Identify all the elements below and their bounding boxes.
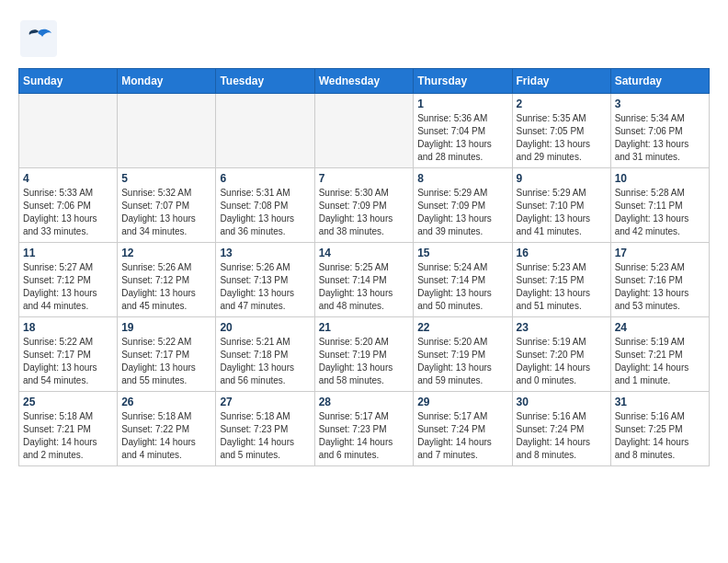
day-number: 3 — [615, 98, 705, 110]
day-number: 15 — [417, 247, 507, 259]
day-detail: Sunrise: 5:28 AM Sunset: 7:11 PM Dayligh… — [615, 187, 705, 238]
day-detail: Sunrise: 5:24 AM Sunset: 7:14 PM Dayligh… — [417, 261, 507, 313]
day-detail: Sunrise: 5:29 AM Sunset: 7:10 PM Dayligh… — [517, 187, 607, 238]
calendar-day-cell: 30Sunrise: 5:16 AM Sunset: 7:24 PM Dayli… — [512, 392, 610, 466]
day-detail: Sunrise: 5:16 AM Sunset: 7:25 PM Dayligh… — [615, 410, 705, 462]
day-number: 21 — [319, 321, 410, 334]
calendar-day-cell: 4Sunrise: 5:33 AM Sunset: 7:06 PM Daylig… — [19, 168, 118, 243]
day-of-week-header: Friday — [512, 69, 610, 94]
day-number: 7 — [319, 172, 410, 185]
day-number: 17 — [615, 247, 705, 259]
calendar-week-row: 11Sunrise: 5:27 AM Sunset: 7:12 PM Dayli… — [19, 243, 710, 317]
page-header — [18, 18, 710, 59]
day-detail: Sunrise: 5:19 AM Sunset: 7:20 PM Dayligh… — [517, 336, 607, 387]
day-number: 13 — [220, 247, 310, 259]
day-number: 28 — [319, 396, 410, 408]
day-number: 5 — [121, 172, 211, 185]
day-of-week-header: Thursday — [414, 69, 512, 94]
day-detail: Sunrise: 5:19 AM Sunset: 7:21 PM Dayligh… — [615, 336, 705, 387]
calendar-day-cell: 2Sunrise: 5:35 AM Sunset: 7:05 PM Daylig… — [512, 94, 610, 168]
day-detail: Sunrise: 5:27 AM Sunset: 7:12 PM Dayligh… — [23, 261, 113, 313]
day-of-week-header: Wednesday — [314, 69, 414, 94]
calendar-day-cell: 14Sunrise: 5:25 AM Sunset: 7:14 PM Dayli… — [314, 243, 414, 317]
calendar-day-cell: 7Sunrise: 5:30 AM Sunset: 7:09 PM Daylig… — [314, 168, 414, 243]
calendar-day-cell: 17Sunrise: 5:23 AM Sunset: 7:16 PM Dayli… — [610, 243, 709, 317]
day-number: 9 — [517, 172, 607, 185]
calendar-day-cell: 8Sunrise: 5:29 AM Sunset: 7:09 PM Daylig… — [414, 168, 512, 243]
calendar-week-row: 4Sunrise: 5:33 AM Sunset: 7:06 PM Daylig… — [19, 168, 710, 243]
svg-rect-0 — [20, 20, 57, 57]
calendar-day-cell: 21Sunrise: 5:20 AM Sunset: 7:19 PM Dayli… — [314, 317, 414, 392]
calendar-day-cell: 31Sunrise: 5:16 AM Sunset: 7:25 PM Dayli… — [610, 392, 709, 466]
calendar-day-cell: 10Sunrise: 5:28 AM Sunset: 7:11 PM Dayli… — [610, 168, 709, 243]
day-detail: Sunrise: 5:35 AM Sunset: 7:05 PM Dayligh… — [517, 112, 607, 164]
day-detail: Sunrise: 5:36 AM Sunset: 7:04 PM Dayligh… — [417, 112, 507, 164]
day-number: 23 — [517, 321, 607, 334]
calendar-day-cell: 27Sunrise: 5:18 AM Sunset: 7:23 PM Dayli… — [216, 392, 314, 466]
day-number: 14 — [319, 247, 410, 259]
day-number: 22 — [417, 321, 507, 334]
day-of-week-header: Tuesday — [216, 69, 314, 94]
day-number: 2 — [517, 98, 607, 110]
day-detail: Sunrise: 5:33 AM Sunset: 7:06 PM Dayligh… — [23, 187, 113, 238]
day-number: 8 — [417, 172, 507, 185]
calendar-day-cell: 13Sunrise: 5:26 AM Sunset: 7:13 PM Dayli… — [216, 243, 314, 317]
day-number: 11 — [23, 247, 113, 259]
day-number: 16 — [517, 247, 607, 259]
calendar-day-cell: 25Sunrise: 5:18 AM Sunset: 7:21 PM Dayli… — [19, 392, 118, 466]
day-number: 24 — [615, 321, 705, 334]
day-number: 12 — [121, 247, 211, 259]
calendar-day-cell — [314, 94, 414, 168]
day-number: 27 — [220, 396, 310, 408]
calendar-day-cell: 3Sunrise: 5:34 AM Sunset: 7:06 PM Daylig… — [610, 94, 709, 168]
calendar-day-cell: 18Sunrise: 5:22 AM Sunset: 7:17 PM Dayli… — [19, 317, 118, 392]
calendar-day-cell: 16Sunrise: 5:23 AM Sunset: 7:15 PM Dayli… — [512, 243, 610, 317]
calendar-day-cell: 11Sunrise: 5:27 AM Sunset: 7:12 PM Dayli… — [19, 243, 118, 317]
day-of-week-header: Saturday — [610, 69, 709, 94]
day-number: 30 — [517, 396, 607, 408]
calendar-day-cell: 15Sunrise: 5:24 AM Sunset: 7:14 PM Dayli… — [414, 243, 512, 317]
day-number: 26 — [121, 396, 211, 408]
calendar-week-row: 25Sunrise: 5:18 AM Sunset: 7:21 PM Dayli… — [19, 392, 710, 466]
day-detail: Sunrise: 5:18 AM Sunset: 7:23 PM Dayligh… — [220, 410, 310, 462]
day-detail: Sunrise: 5:23 AM Sunset: 7:15 PM Dayligh… — [517, 261, 607, 313]
calendar-day-cell — [118, 94, 216, 168]
calendar-day-cell — [19, 94, 118, 168]
calendar-day-cell: 29Sunrise: 5:17 AM Sunset: 7:24 PM Dayli… — [414, 392, 512, 466]
calendar-day-cell: 28Sunrise: 5:17 AM Sunset: 7:23 PM Dayli… — [314, 392, 414, 466]
day-number: 29 — [417, 396, 507, 408]
logo — [18, 18, 63, 59]
calendar-day-cell: 22Sunrise: 5:20 AM Sunset: 7:19 PM Dayli… — [414, 317, 512, 392]
calendar-week-row: 1Sunrise: 5:36 AM Sunset: 7:04 PM Daylig… — [19, 94, 710, 168]
day-detail: Sunrise: 5:22 AM Sunset: 7:17 PM Dayligh… — [121, 336, 211, 387]
calendar-day-cell: 20Sunrise: 5:21 AM Sunset: 7:18 PM Dayli… — [216, 317, 314, 392]
calendar-day-cell: 12Sunrise: 5:26 AM Sunset: 7:12 PM Dayli… — [118, 243, 216, 317]
day-detail: Sunrise: 5:34 AM Sunset: 7:06 PM Dayligh… — [615, 112, 705, 164]
day-detail: Sunrise: 5:23 AM Sunset: 7:16 PM Dayligh… — [615, 261, 705, 313]
calendar-header-row: SundayMondayTuesdayWednesdayThursdayFrid… — [19, 69, 710, 94]
day-detail: Sunrise: 5:26 AM Sunset: 7:12 PM Dayligh… — [121, 261, 211, 313]
calendar-day-cell: 19Sunrise: 5:22 AM Sunset: 7:17 PM Dayli… — [118, 317, 216, 392]
calendar-day-cell: 1Sunrise: 5:36 AM Sunset: 7:04 PM Daylig… — [414, 94, 512, 168]
calendar-day-cell: 26Sunrise: 5:18 AM Sunset: 7:22 PM Dayli… — [118, 392, 216, 466]
day-number: 18 — [23, 321, 113, 334]
day-detail: Sunrise: 5:18 AM Sunset: 7:21 PM Dayligh… — [23, 410, 113, 462]
day-number: 4 — [23, 172, 113, 185]
calendar-day-cell: 9Sunrise: 5:29 AM Sunset: 7:10 PM Daylig… — [512, 168, 610, 243]
day-number: 6 — [220, 172, 310, 185]
day-of-week-header: Monday — [118, 69, 216, 94]
day-number: 10 — [615, 172, 705, 185]
day-detail: Sunrise: 5:16 AM Sunset: 7:24 PM Dayligh… — [517, 410, 607, 462]
calendar-table: SundayMondayTuesdayWednesdayThursdayFrid… — [18, 68, 710, 466]
calendar-day-cell: 23Sunrise: 5:19 AM Sunset: 7:20 PM Dayli… — [512, 317, 610, 392]
day-number: 1 — [417, 98, 507, 110]
day-detail: Sunrise: 5:22 AM Sunset: 7:17 PM Dayligh… — [23, 336, 113, 387]
day-number: 19 — [121, 321, 211, 334]
calendar-day-cell — [216, 94, 314, 168]
calendar-week-row: 18Sunrise: 5:22 AM Sunset: 7:17 PM Dayli… — [19, 317, 710, 392]
calendar-day-cell: 5Sunrise: 5:32 AM Sunset: 7:07 PM Daylig… — [118, 168, 216, 243]
day-detail: Sunrise: 5:20 AM Sunset: 7:19 PM Dayligh… — [417, 336, 507, 387]
day-detail: Sunrise: 5:31 AM Sunset: 7:08 PM Dayligh… — [220, 187, 310, 238]
day-detail: Sunrise: 5:30 AM Sunset: 7:09 PM Dayligh… — [319, 187, 410, 238]
calendar-day-cell: 24Sunrise: 5:19 AM Sunset: 7:21 PM Dayli… — [610, 317, 709, 392]
